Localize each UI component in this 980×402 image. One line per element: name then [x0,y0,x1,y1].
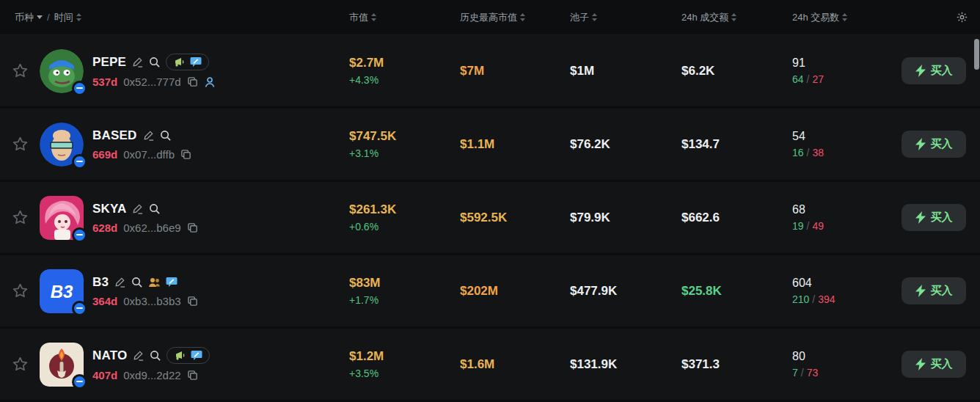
tx-sells: 38 [812,147,824,158]
copy-address-icon[interactable] [180,149,191,160]
col-volume-label[interactable]: 24h 成交额 [681,11,728,24]
token-age: 669d [92,148,117,161]
search-icon[interactable] [149,56,160,67]
sort-time-icon[interactable] [76,13,81,21]
search-icon[interactable] [150,350,161,361]
chain-badge-icon [72,154,87,169]
edit-icon[interactable] [132,203,143,214]
ath-value: $7M [460,64,484,78]
sort-ath-icon[interactable] [520,13,525,21]
mcap-value: $261.3K [349,202,460,217]
tx-buys: 210 [792,293,809,305]
mcap-value: $2.7M [349,56,460,70]
token-address: 0x52...777d [123,76,180,88]
pool-value: $76.2K [570,137,610,151]
token-age: 537d [92,76,117,88]
buy-button[interactable]: 买入 [902,351,966,378]
search-icon[interactable] [149,203,160,214]
favorite-star-icon[interactable] [12,209,29,226]
chevron-down-icon[interactable] [37,15,43,19]
buy-button[interactable]: 买入 [902,131,966,158]
tx-total: 91 [792,56,902,70]
copy-address-icon[interactable] [187,222,198,233]
tx-total: 68 [792,203,902,216]
chat-edit-icon[interactable] [191,350,202,361]
buy-button[interactable]: 买入 [902,57,966,84]
sort-pool-icon[interactable] [592,13,597,21]
search-icon[interactable] [131,277,142,288]
edit-icon[interactable] [143,130,154,141]
mcap-value: $83M [349,276,460,290]
copy-address-icon[interactable] [187,296,198,307]
tx-buys: 19 [792,220,804,232]
col-mcap-label[interactable]: 市值 [349,11,368,24]
sort-txns-icon[interactable] [842,13,847,21]
token-avatar[interactable] [40,49,84,93]
vertical-scrollbar-thumb[interactable] [974,39,979,70]
token-address: 0x62...b6e9 [123,222,180,234]
token-name: B3 [92,275,109,290]
txns-cell: 80 7/73 [792,350,902,379]
token-name: SKYA [92,202,126,216]
copy-address-icon[interactable] [187,76,198,87]
chat-edit-icon[interactable] [166,277,178,288]
buy-button[interactable]: 买入 [902,277,966,304]
mcap-cell: $1.2M +3.5% [349,349,460,379]
tx-total: 54 [792,130,902,143]
social-badges[interactable] [167,347,210,364]
table-row[interactable]: NATO 407d 0xd9...2d22 [0,329,980,400]
table-row[interactable]: B3 B3 [0,255,980,326]
megaphone-icon[interactable] [174,351,186,361]
mcap-change: +1.7% [349,294,460,306]
lightning-bolt-icon [915,138,926,150]
col-pool-label[interactable]: 池子 [570,11,589,24]
txns-cell: 54 16/38 [792,130,902,158]
tx-buys: 16 [792,147,804,158]
mcap-value: $1.2M [349,349,460,364]
token-avatar[interactable]: B3 [40,269,84,313]
ath-value: $592.5K [460,211,507,224]
sort-volume-icon[interactable] [731,13,736,21]
table-row[interactable]: BASED 669d 0x07...dffb $747.5K +3.1% $1.… [0,109,980,180]
token-address: 0x07...dffb [123,148,175,161]
table-row[interactable]: PEPE 537d 0x52...777d [0,35,980,106]
mcap-change: +4.3% [349,74,460,86]
social-badges[interactable] [166,54,209,70]
token-avatar[interactable] [40,343,84,387]
search-icon[interactable] [160,130,171,141]
volume-value: $134.7 [681,137,720,151]
pool-value: $477.9K [570,284,617,298]
col-time-label[interactable]: 时间 [54,11,73,24]
favorite-star-icon[interactable] [12,282,29,299]
col-token-label[interactable]: 币种 [15,11,34,24]
megaphone-icon[interactable] [173,57,185,67]
edit-icon[interactable] [133,350,144,361]
token-age: 628d [92,222,117,234]
edit-icon[interactable] [114,277,125,288]
settings-gear-icon[interactable] [956,11,968,23]
pool-value: $131.9K [570,357,617,371]
token-address: 0xd9...2d22 [123,369,180,381]
profile-person-icon[interactable] [204,76,216,88]
people-gold-icon[interactable] [148,277,161,288]
buy-button[interactable]: 买入 [902,204,966,231]
mcap-cell: $747.5K +3.1% [349,129,460,159]
copy-address-icon[interactable] [187,370,198,381]
col-txns-label[interactable]: 24h 交易数 [792,11,839,24]
social-badges[interactable] [148,277,178,288]
ath-value: $1.1M [460,137,494,151]
favorite-star-icon[interactable] [12,62,29,79]
lightning-bolt-icon [915,211,926,224]
lightning-bolt-icon [915,358,926,370]
sort-mcap-icon[interactable] [371,13,376,21]
favorite-star-icon[interactable] [12,356,29,373]
table-row[interactable]: SKYA 628d 0x62...b6e9 $261.3K +0.6% $592… [0,182,980,253]
txns-cell: 68 19/49 [792,203,902,232]
token-avatar[interactable] [40,196,84,240]
mcap-value: $747.5K [349,129,460,144]
token-avatar[interactable] [40,123,84,167]
edit-icon[interactable] [132,56,143,67]
favorite-star-icon[interactable] [12,136,29,153]
chat-edit-icon[interactable] [190,56,202,67]
col-ath-label[interactable]: 历史最高市值 [460,11,517,24]
